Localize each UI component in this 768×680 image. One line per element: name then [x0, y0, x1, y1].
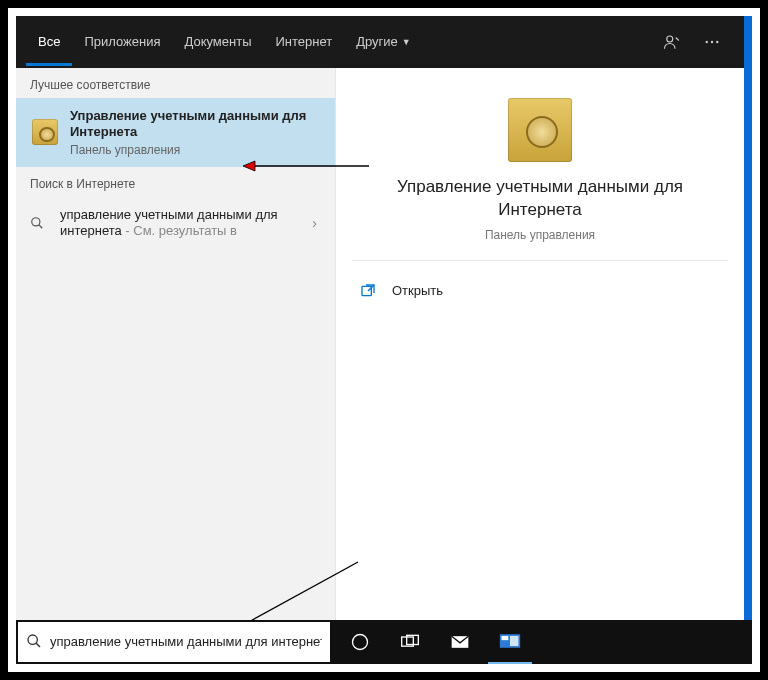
best-match-subtitle: Панель управления: [70, 143, 321, 157]
search-panel: Все Приложения Документы Интернет Другие…: [16, 16, 744, 636]
credential-manager-icon: [508, 98, 572, 162]
taskbar: [16, 620, 752, 664]
tab-more[interactable]: Другие▼: [344, 18, 423, 66]
preview-pane: Управление учетными данными для Интернет…: [336, 68, 744, 636]
web-result-text: управление учетными данными для интернет…: [60, 207, 308, 241]
task-view-icon[interactable]: [388, 620, 432, 664]
svg-line-12: [36, 643, 40, 647]
cortana-icon[interactable]: [338, 620, 382, 664]
open-action[interactable]: Открыть: [354, 275, 726, 307]
svg-point-4: [32, 218, 40, 226]
search-icon: [26, 633, 44, 651]
more-options-icon[interactable]: [696, 26, 728, 58]
preview-subtitle: Панель управления: [372, 228, 708, 242]
results-list: Лучшее соответствие Управление учетными …: [16, 68, 336, 636]
control-panel-icon[interactable]: [488, 620, 532, 664]
svg-rect-6: [362, 286, 371, 295]
search-icon: [30, 216, 50, 230]
tab-internet[interactable]: Интернет: [263, 18, 344, 66]
open-icon: [360, 283, 382, 299]
svg-point-3: [716, 41, 718, 43]
best-match-label: Лучшее соответствие: [16, 68, 335, 98]
taskbar-search[interactable]: [18, 622, 330, 662]
web-section-label: Поиск в Интернете: [16, 167, 335, 197]
svg-point-11: [28, 635, 37, 644]
best-match-title: Управление учетными данными для Интернет…: [70, 108, 321, 141]
search-tabs: Все Приложения Документы Интернет Другие…: [26, 18, 656, 66]
tab-apps[interactable]: Приложения: [72, 18, 172, 66]
preview-title: Управление учетными данными для Интернет…: [372, 176, 708, 222]
svg-rect-18: [510, 636, 518, 646]
svg-point-13: [353, 635, 368, 650]
credential-manager-icon: [30, 117, 60, 147]
search-input[interactable]: [50, 634, 322, 650]
feedback-icon[interactable]: [656, 26, 688, 58]
mail-icon[interactable]: [438, 620, 482, 664]
svg-rect-17: [502, 636, 509, 640]
svg-point-2: [711, 41, 713, 43]
chevron-down-icon: ▼: [402, 37, 411, 47]
web-search-result[interactable]: управление учетными данными для интернет…: [16, 197, 335, 251]
chevron-right-icon[interactable]: ›: [308, 215, 321, 231]
best-match-result[interactable]: Управление учетными данными для Интернет…: [16, 98, 335, 167]
svg-point-1: [706, 41, 708, 43]
tab-documents[interactable]: Документы: [172, 18, 263, 66]
open-label: Открыть: [392, 283, 443, 298]
svg-line-5: [39, 225, 43, 229]
svg-point-0: [667, 36, 673, 42]
tab-all[interactable]: Все: [26, 18, 72, 66]
search-header: Все Приложения Документы Интернет Другие…: [16, 16, 744, 68]
